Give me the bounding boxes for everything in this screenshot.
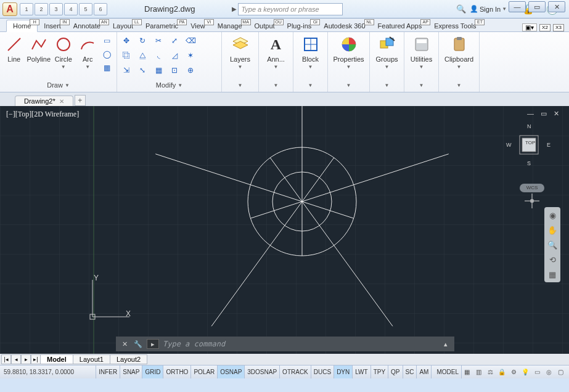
viewcube-e[interactable]: E [547, 142, 551, 148]
move-icon[interactable]: ✥ [120, 35, 133, 47]
maximize-button[interactable]: ▭ [528, 1, 546, 12]
viewcube-top[interactable]: TOP [525, 140, 535, 145]
qat-item[interactable]: 4 [64, 3, 78, 15]
ribbon-tab[interactable]: Autodesk 360NL [317, 20, 371, 31]
viewcube[interactable]: TOP N S E W [515, 131, 543, 159]
properties-button[interactable]: Properties▼ [332, 35, 366, 70]
mirror-icon[interactable]: ⧋ [136, 49, 149, 62]
ribbon-tab[interactable]: ParametricPA [139, 20, 184, 31]
rotate-icon[interactable]: ↻ [136, 35, 149, 47]
chevron-down-icon[interactable]: ▼ [178, 83, 182, 88]
new-tab-button[interactable]: + [75, 95, 86, 106]
erase-icon[interactable]: ⌫ [184, 35, 197, 47]
chevron-down-icon[interactable]: ▼ [419, 83, 424, 88]
ribbon-tab[interactable]: AnnotateAN [67, 20, 107, 31]
status-toggle-am[interactable]: AM [417, 365, 432, 378]
status-toggle-ducs[interactable]: DUCS [311, 365, 334, 378]
status-toggle-qp[interactable]: QP [388, 365, 403, 378]
block-button[interactable]: Block▼ [298, 35, 324, 70]
groups-button[interactable]: Groups▼ [374, 35, 400, 70]
first-icon[interactable]: |◂ [1, 354, 11, 364]
chevron-down-icon[interactable]: ▼ [238, 83, 243, 88]
layout-tab[interactable]: Layout1 [73, 354, 110, 364]
ribbon-tab[interactable]: OutputOU [248, 20, 281, 31]
ribbon-tab[interactable]: Express ToolsET [428, 20, 482, 31]
ribbon-tab[interactable]: Featured AppsAP [372, 20, 428, 31]
binoculars-icon[interactable]: 🔍 [456, 4, 466, 14]
status-toggle-lwt[interactable]: LWT [353, 365, 370, 378]
stretch-icon[interactable]: ⇲ [120, 64, 133, 76]
chevron-up-icon[interactable]: ▴ [441, 339, 451, 349]
workspace-icon[interactable]: ⚙ [509, 367, 518, 377]
ribbon-tab[interactable]: InsertIN [38, 20, 67, 31]
command-line[interactable]: ✕ 🔧 ▸ Type a command ▴ [116, 337, 454, 351]
layout-tab[interactable]: Model [40, 354, 73, 364]
annoscale-icon[interactable]: 🔒 [497, 367, 507, 377]
status-toggle-dyn[interactable]: DYN [334, 365, 353, 378]
minimize-button[interactable]: — [509, 1, 526, 12]
ribbon-tab[interactable]: HomeH [6, 20, 38, 32]
status-toggle-infer[interactable]: INFER [96, 365, 120, 378]
line-button[interactable]: Line [2, 35, 25, 63]
ribbon-tab[interactable]: Plug-insGI [281, 20, 318, 31]
next-icon[interactable]: ▸ [21, 354, 31, 364]
ribbon-tab[interactable]: ManageMA [211, 20, 248, 31]
arc-button[interactable]: Arc▼ [76, 35, 99, 70]
recent-icon[interactable]: ▸ [147, 339, 159, 349]
layout-tab[interactable]: Layout2 [110, 354, 147, 364]
command-prompt[interactable]: Type a command [163, 340, 437, 348]
explode-icon[interactable]: ✶ [184, 49, 197, 62]
status-toggle-snap[interactable]: SNAP [120, 365, 142, 378]
clipboard-button[interactable]: Clipboard▼ [442, 35, 477, 70]
join-icon[interactable]: ⊕ [184, 64, 197, 76]
signin-button[interactable]: 👤 Sign In ▼ [470, 5, 507, 13]
qat-item[interactable]: 3 [49, 3, 63, 15]
array-icon[interactable]: ▦ [152, 64, 165, 76]
copy-icon[interactable]: ⿻ [120, 49, 133, 62]
status-toggle-otrack[interactable]: OTRACK [280, 365, 311, 378]
search-input[interactable]: Type a keyword or phrase [238, 3, 343, 15]
file-tab[interactable]: Drawing2* ✕ [15, 96, 73, 106]
search-play-icon[interactable]: ▶ [232, 6, 237, 12]
pan-icon[interactable]: ✋ [547, 224, 558, 235]
coordinates[interactable]: 59.8810, 18.3317, 0.0000 [0, 365, 96, 378]
ribbon-minimize-icon[interactable]: ▣▾ [522, 23, 537, 31]
utilities-button[interactable]: Utilities▼ [409, 35, 435, 70]
close-button[interactable]: ✕ [548, 1, 565, 12]
bulb-icon[interactable]: 💡 [520, 367, 530, 377]
wcs-badge[interactable]: WCS [520, 184, 544, 192]
qat-item[interactable]: 1 [20, 3, 33, 15]
chevron-down-icon[interactable]: ▼ [274, 83, 279, 88]
chevron-down-icon[interactable]: ▼ [346, 83, 351, 88]
ribbon-tab[interactable]: ViewVI [184, 20, 211, 31]
circle-button[interactable]: Circle▼ [52, 35, 75, 70]
ribbon-tab[interactable]: LayoutLL [107, 20, 139, 31]
status-toggle-polar[interactable]: POLAR [191, 365, 218, 378]
viewport-label[interactable]: [−][Top][2D Wireframe] [6, 110, 79, 119]
showmotion-icon[interactable]: ▦ [547, 269, 558, 280]
extend-icon[interactable]: ⤢ [168, 35, 181, 47]
fillet-icon[interactable]: ◟ [152, 49, 165, 62]
prev-icon[interactable]: ◂ [11, 354, 21, 364]
isolate-icon[interactable]: ◎ [544, 367, 554, 377]
scale-icon[interactable]: ⚖ [485, 367, 495, 377]
drawing-canvas[interactable]: [−][Top][2D Wireframe] — ▭ ✕ TOP N S E W… [0, 106, 569, 354]
ellipse-icon[interactable]: ◯ [100, 48, 114, 60]
status-toggle-3dosnap[interactable]: 3DOSNAP [245, 365, 280, 378]
offset-icon[interactable]: ⊡ [168, 64, 181, 76]
status-toggle-osnap[interactable]: OSNAP [218, 365, 245, 378]
qat-item[interactable]: 6 [94, 3, 107, 15]
scale-icon[interactable]: ⤡ [136, 64, 149, 76]
close-icon[interactable]: ✕ [59, 98, 64, 105]
grid-icon[interactable]: ▥ [473, 367, 483, 377]
viewcube-w[interactable]: W [506, 142, 512, 148]
polyline-button[interactable]: Polyline [27, 35, 51, 63]
viewcube-s[interactable]: S [527, 160, 531, 166]
chevron-down-icon[interactable]: ▼ [65, 83, 70, 88]
ucs-icon[interactable]: X Y [86, 274, 136, 323]
layout-icon[interactable]: ▦ [462, 367, 472, 377]
chevron-down-icon[interactable]: ▼ [385, 83, 390, 88]
clean-icon[interactable]: ▢ [555, 367, 565, 377]
chevron-down-icon[interactable]: ▼ [308, 83, 313, 88]
hatch-icon[interactable]: ▦ [100, 62, 114, 74]
